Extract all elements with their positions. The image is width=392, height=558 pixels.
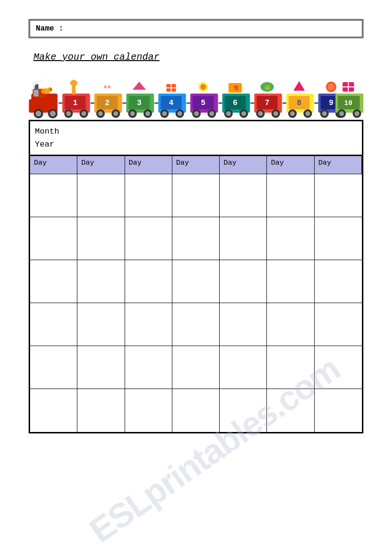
cell-r6-c4[interactable] xyxy=(172,389,220,432)
cell-r2-c3[interactable] xyxy=(125,217,172,260)
cell-r2-c6[interactable] xyxy=(267,217,314,260)
svg-point-82 xyxy=(290,111,295,116)
cell-r2-c5[interactable] xyxy=(220,217,267,260)
day-header-3: Day xyxy=(125,156,172,174)
svg-point-11 xyxy=(39,79,42,82)
cell-r5-c2[interactable] xyxy=(77,346,125,389)
svg-point-13 xyxy=(48,87,53,92)
svg-point-39 xyxy=(146,111,150,116)
calendar-section: ESLprintables.com Month Year Day Day Day… xyxy=(29,120,363,433)
cell-r2-c1[interactable] xyxy=(30,217,77,260)
cell-r3-c2[interactable] xyxy=(77,260,125,303)
cell-r6-c3[interactable] xyxy=(125,389,172,432)
cell-r4-c2[interactable] xyxy=(77,303,125,346)
day-header-5: Day xyxy=(220,156,267,174)
svg-point-66 xyxy=(242,111,246,116)
cell-r1-c4[interactable] xyxy=(172,174,220,217)
svg-text:🎁: 🎁 xyxy=(233,85,239,91)
day-header-1: Day xyxy=(30,156,77,174)
svg-point-32 xyxy=(102,84,113,92)
svg-point-64 xyxy=(226,111,231,116)
svg-point-37 xyxy=(130,111,135,116)
svg-point-33 xyxy=(104,85,107,88)
cell-r3-c6[interactable] xyxy=(267,260,314,303)
svg-rect-7 xyxy=(34,90,39,96)
cell-r1-c6[interactable] xyxy=(267,174,314,217)
cell-r3-c5[interactable] xyxy=(220,260,267,303)
svg-point-5 xyxy=(50,111,56,116)
svg-point-34 xyxy=(108,85,111,88)
cell-r4-c6[interactable] xyxy=(267,303,314,346)
svg-text:4: 4 xyxy=(169,99,174,107)
cell-r1-c3[interactable] xyxy=(125,174,172,217)
svg-point-29 xyxy=(114,111,118,116)
svg-point-17 xyxy=(66,111,71,116)
cell-r5-c4[interactable] xyxy=(172,346,220,389)
svg-text:3: 3 xyxy=(137,99,142,107)
svg-point-55 xyxy=(194,111,199,116)
day-header-6: Day xyxy=(267,156,314,174)
svg-text:1: 1 xyxy=(73,99,78,107)
cell-r6-c2[interactable] xyxy=(77,389,125,432)
day-header-7: Day xyxy=(315,156,362,174)
page: Name : Make your own calendar xyxy=(29,19,363,433)
svg-point-84 xyxy=(306,111,310,116)
month-year-header: Month Year xyxy=(30,121,362,156)
svg-text:5: 5 xyxy=(201,99,206,107)
cell-r2-c4[interactable] xyxy=(172,217,220,260)
cell-r5-c7[interactable] xyxy=(315,346,362,389)
name-label: Name : xyxy=(36,24,64,33)
svg-point-99 xyxy=(339,111,344,116)
cell-r4-c4[interactable] xyxy=(172,303,220,346)
svg-point-24 xyxy=(73,80,75,83)
svg-point-101 xyxy=(355,111,360,116)
cell-r4-c7[interactable] xyxy=(315,303,362,346)
svg-point-57 xyxy=(210,111,214,116)
cell-r3-c3[interactable] xyxy=(125,260,172,303)
svg-text:2: 2 xyxy=(105,99,110,107)
day-header-4: Day xyxy=(172,156,220,174)
year-label: Year xyxy=(35,138,357,151)
cell-r3-c4[interactable] xyxy=(172,260,220,303)
cell-r6-c5[interactable] xyxy=(220,389,267,432)
day-header-2: Day xyxy=(77,156,125,174)
cell-r6-c7[interactable] xyxy=(315,389,362,432)
svg-text:7: 7 xyxy=(265,99,270,107)
cell-r2-c7[interactable] xyxy=(315,217,362,260)
calendar-wrapper: Month Year Day Day Day Day Day Day Day xyxy=(29,120,363,433)
cell-r5-c5[interactable] xyxy=(220,346,267,389)
name-field[interactable]: Name : xyxy=(29,19,363,38)
cell-r6-c1[interactable] xyxy=(30,389,77,432)
cell-r5-c3[interactable] xyxy=(125,346,172,389)
cell-r2-c2[interactable] xyxy=(77,217,125,260)
cell-r4-c1[interactable] xyxy=(30,303,77,346)
svg-point-14 xyxy=(50,89,52,90)
svg-point-90 xyxy=(322,111,327,116)
svg-point-10 xyxy=(36,80,40,84)
svg-point-73 xyxy=(258,111,263,116)
svg-text:10: 10 xyxy=(344,99,352,107)
cell-r1-c7[interactable] xyxy=(315,174,362,217)
cell-r4-c3[interactable] xyxy=(125,303,172,346)
cell-r5-c6[interactable] xyxy=(267,346,314,389)
svg-text:8: 8 xyxy=(297,99,302,107)
page-title: Make your own calendar xyxy=(33,52,363,63)
cell-r1-c1[interactable] xyxy=(30,174,77,217)
train-illustration: 1 2 xyxy=(29,77,363,120)
cell-r4-c5[interactable] xyxy=(220,303,267,346)
svg-text:🐸: 🐸 xyxy=(265,84,271,90)
svg-point-27 xyxy=(98,111,103,116)
svg-marker-87 xyxy=(294,81,305,91)
cell-r1-c5[interactable] xyxy=(220,174,267,217)
svg-text:9: 9 xyxy=(329,99,334,107)
svg-point-75 xyxy=(274,111,278,116)
cell-r1-c2[interactable] xyxy=(77,174,125,217)
cell-r3-c7[interactable] xyxy=(315,260,362,303)
svg-text:6: 6 xyxy=(233,99,238,107)
cell-r6-c6[interactable] xyxy=(267,389,314,432)
cell-r3-c1[interactable] xyxy=(30,260,77,303)
calendar-grid: Day Day Day Day Day Day Day xyxy=(30,156,362,432)
svg-point-19 xyxy=(82,111,86,116)
svg-point-96 xyxy=(328,84,335,90)
cell-r5-c1[interactable] xyxy=(30,346,77,389)
